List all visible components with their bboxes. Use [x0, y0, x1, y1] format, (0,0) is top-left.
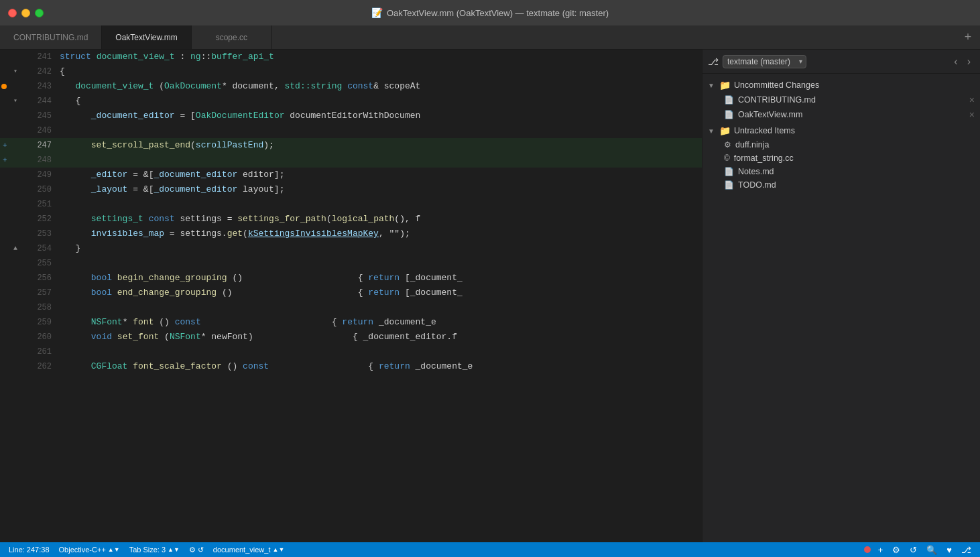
- format-string-file-icon: ©: [724, 153, 730, 163]
- gutter-245: 245: [0, 109, 57, 123]
- code-line-260: 260 void set_font (NSFont* newFont) { _d…: [0, 330, 702, 345]
- minimize-button[interactable]: [21, 9, 30, 17]
- uncommitted-section-header[interactable]: ▼ 📁 Uncommitted Changes: [702, 78, 980, 92]
- contributing-filename: CONTRIBUTING.md: [738, 95, 965, 105]
- language-status[interactable]: Objective-C++ ▲▼: [57, 546, 122, 554]
- todo-file-icon: 📄: [724, 180, 734, 190]
- tab-oaktextview[interactable]: OakTextView.mm: [102, 25, 191, 49]
- maximize-button[interactable]: [35, 9, 44, 17]
- code-line-262: 262 CGFloat font_scale_factor () const {…: [0, 359, 702, 374]
- language-arrow-icon: ▲▼: [108, 546, 120, 553]
- tab-scope[interactable]: scope.cc: [192, 25, 272, 49]
- todo-filename: TODO.md: [738, 180, 975, 190]
- code-line-241: 241 struct document_view_t : ng::buffer_…: [0, 50, 702, 64]
- tab-contributing[interactable]: CONTRIBUTING.md: [0, 25, 102, 49]
- untracked-item-notes[interactable]: 📄 Notes.md: [702, 165, 980, 178]
- code-line-244: ▾ 244 {: [0, 94, 702, 109]
- git-status-button[interactable]: ⎇: [959, 545, 973, 555]
- gutter-242: ▾ 242: [0, 64, 57, 79]
- gutter-259: 259: [0, 315, 57, 330]
- duff-filename: duff.ninja: [735, 140, 975, 149]
- uncommitted-item-oaktextview[interactable]: 📄 OakTextView.mm ×: [702, 107, 980, 122]
- status-bar: Line: 247:38 Objective-C++ ▲▼ Tab Size: …: [0, 542, 980, 557]
- tabs-bar: CONTRIBUTING.md OakTextView.mm scope.cc …: [0, 25, 980, 50]
- repo-selector[interactable]: textmate (master): [723, 55, 806, 68]
- uncommitted-folder-icon: 📁: [719, 80, 731, 90]
- oaktextview-close-icon[interactable]: ×: [969, 109, 975, 120]
- code-line-245: 245 _document_editor = [OakDocumentEdito…: [0, 109, 702, 123]
- app-icon: 📝: [371, 7, 383, 18]
- panel-header: ⎇ textmate (master) ‹ ›: [702, 50, 980, 74]
- gear-status-button[interactable]: ⚙: [890, 545, 902, 555]
- gutter-255: 255: [0, 256, 57, 271]
- contributing-close-icon[interactable]: ×: [969, 95, 975, 105]
- gutter-260: 260: [0, 330, 57, 345]
- gutter-243: 243: [0, 79, 57, 94]
- code-line-258: 258: [0, 300, 702, 315]
- code-line-246: 246: [0, 123, 702, 138]
- uncommitted-item-contributing[interactable]: 📄 CONTRIBUTING.md ×: [702, 92, 980, 107]
- git-icon: ⎇: [708, 56, 719, 67]
- untracked-section-header[interactable]: ▼ 📁 Untracked Items: [702, 123, 980, 138]
- uncommitted-section: ▼ 📁 Uncommitted Changes 📄 CONTRIBUTING.m…: [702, 78, 980, 122]
- contributing-file-icon: 📄: [724, 95, 734, 105]
- tab-arrow-icon: ▲▼: [168, 546, 180, 553]
- tab-label-contributing: CONTRIBUTING.md: [13, 33, 88, 42]
- close-button[interactable]: [8, 9, 17, 17]
- settings-icon: ⚙: [189, 546, 196, 554]
- add-tab-button[interactable]: +: [956, 25, 980, 49]
- code-area: 241 struct document_view_t : ng::buffer_…: [0, 50, 702, 542]
- gutter-261: 261: [0, 345, 57, 359]
- untracked-item-format-string[interactable]: © format_string.cc: [702, 151, 980, 165]
- heart-status-button[interactable]: ♥: [944, 545, 954, 555]
- error-indicator: [864, 546, 871, 553]
- untracked-item-duff[interactable]: ⚙ duff.ninja: [702, 138, 980, 151]
- uncommitted-items: 📄 CONTRIBUTING.md × 📄 OakTextView.mm ×: [702, 92, 980, 122]
- right-panel: ⎇ textmate (master) ‹ › ▼ 📁 Uncommitted …: [702, 50, 980, 542]
- code-line-243: 243 document_view_t (OakDocument* docume…: [0, 79, 702, 94]
- line-label: Line:: [9, 546, 25, 554]
- gutter-253: 253: [0, 227, 57, 241]
- code-line-251: 251: [0, 197, 702, 212]
- nav-forward-button[interactable]: ›: [963, 54, 975, 69]
- uncommitted-toggle-icon: ▼: [708, 82, 716, 89]
- settings-refresh-icon: ↺: [198, 546, 204, 554]
- code-line-248: + 248: [0, 153, 702, 168]
- settings-status[interactable]: ⚙ ↺: [187, 546, 206, 554]
- symbol-status[interactable]: document_view_t ▲▼: [211, 546, 286, 554]
- tab-label-oaktextview: OakTextView.mm: [115, 33, 177, 42]
- repo-selector-wrapper[interactable]: textmate (master): [723, 55, 806, 68]
- line-number: 247:38: [27, 546, 50, 554]
- panel-nav-buttons: ‹ ›: [950, 54, 975, 69]
- symbol-arrow-icon: ▲▼: [272, 546, 284, 553]
- search-status-button[interactable]: 🔍: [924, 545, 939, 555]
- oaktextview-filename: OakTextView.mm: [738, 110, 965, 119]
- untracked-toggle-icon: ▼: [708, 127, 716, 135]
- tree-area[interactable]: ▼ 📁 Uncommitted Changes 📄 CONTRIBUTING.m…: [702, 74, 980, 542]
- gutter-257: 257: [0, 286, 57, 300]
- refresh-status-button[interactable]: ↺: [908, 545, 919, 555]
- code-line-257: 257 bool end_change_grouping () { return…: [0, 286, 702, 300]
- main-content: 241 struct document_view_t : ng::buffer_…: [0, 50, 980, 542]
- status-right: + ⚙ ↺ 🔍 ♥ ⎇: [864, 545, 973, 555]
- uncommitted-label: Uncommitted Changes: [734, 80, 819, 90]
- untracked-label: Untracked Items: [734, 126, 795, 135]
- code-line-261: 261: [0, 345, 702, 359]
- nav-back-button[interactable]: ‹: [950, 54, 961, 69]
- tab-size-status[interactable]: Tab Size: 3 ▲▼: [127, 546, 182, 554]
- traffic-lights: [8, 9, 44, 17]
- untracked-item-todo[interactable]: 📄 TODO.md: [702, 178, 980, 192]
- code-editor[interactable]: 241 struct document_view_t : ng::buffer_…: [0, 50, 702, 542]
- add-status-button[interactable]: +: [876, 545, 885, 555]
- code-line-255: 255: [0, 256, 702, 271]
- gutter-249: 249: [0, 168, 57, 182]
- oaktextview-file-icon: 📄: [724, 110, 734, 119]
- code-line-259: 259 NSFont* font () const { return _docu…: [0, 315, 702, 330]
- gutter-254: ▲ 254: [0, 241, 57, 256]
- gutter-241: 241: [0, 50, 57, 64]
- line-col-status[interactable]: Line: 247:38: [7, 546, 52, 554]
- format-string-filename: format_string.cc: [734, 153, 975, 163]
- notes-filename: Notes.md: [738, 167, 975, 176]
- symbol-name: document_view_t: [213, 546, 271, 554]
- gutter-247: + 247: [0, 138, 57, 153]
